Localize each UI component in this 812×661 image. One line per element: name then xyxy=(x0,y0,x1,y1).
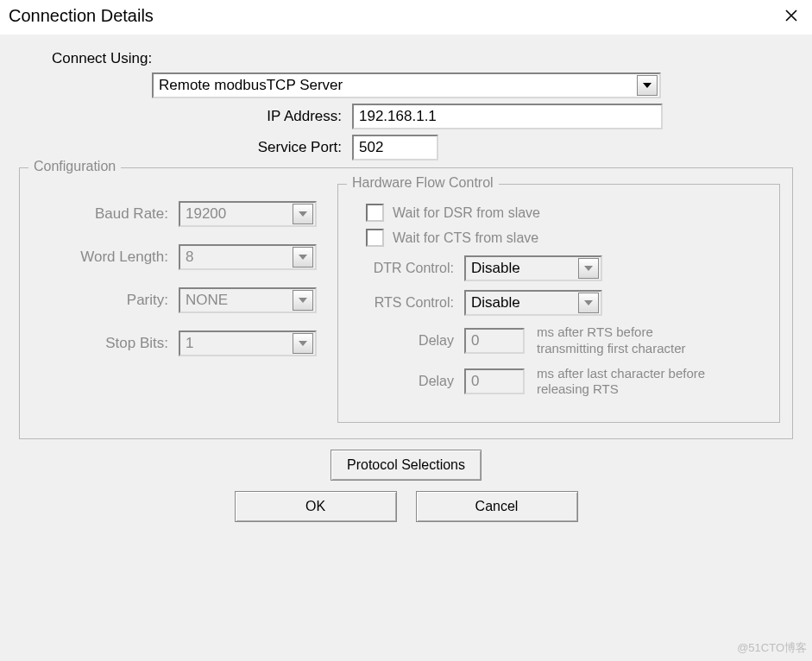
chevron-down-icon xyxy=(578,293,599,313)
stop-bits-combo: 1 xyxy=(179,330,317,356)
ip-address-label: IP Address: xyxy=(152,108,352,125)
parity-combo: NONE xyxy=(179,287,317,313)
delay1-input: 0 xyxy=(464,328,525,354)
hardware-flow-control-group: Hardware Flow Control Wait for DSR from … xyxy=(337,184,780,423)
protocol-selections-button[interactable]: Protocol Selections xyxy=(330,450,482,481)
connect-using-value: Remote modbusTCP Server xyxy=(154,77,635,94)
serial-settings: Baud Rate: 19200 Word Length: 8 xyxy=(32,184,317,423)
chevron-down-icon xyxy=(637,75,658,96)
word-length-combo: 8 xyxy=(179,244,317,270)
wait-dsr-checkbox: Wait for DSR from slave xyxy=(366,204,767,222)
hardware-flow-control-legend: Hardware Flow Control xyxy=(347,175,499,191)
chevron-down-icon xyxy=(578,258,599,279)
dtr-control-label: DTR Control: xyxy=(350,261,464,276)
chevron-down-icon xyxy=(293,247,313,268)
service-port-label: Service Port: xyxy=(152,139,352,156)
configuration-legend: Configuration xyxy=(28,159,121,174)
chevron-down-icon xyxy=(293,204,313,224)
connect-using-label: Connect Using: xyxy=(52,50,807,67)
checkbox-icon xyxy=(366,229,384,247)
stop-bits-label: Stop Bits: xyxy=(47,335,179,352)
chevron-down-icon xyxy=(293,290,313,311)
ok-button[interactable]: OK xyxy=(235,491,397,522)
ip-address-input[interactable]: 192.168.1.1 xyxy=(352,104,663,129)
wait-cts-checkbox: Wait for CTS from slave xyxy=(366,229,767,247)
checkbox-icon xyxy=(366,204,384,222)
rts-control-combo: Disable xyxy=(464,290,602,316)
close-icon xyxy=(784,9,798,22)
parity-label: Parity: xyxy=(47,292,179,309)
watermark: @51CTO博客 xyxy=(737,640,807,656)
cancel-button[interactable]: Cancel xyxy=(416,491,578,522)
close-button[interactable] xyxy=(779,3,803,28)
connection-details-dialog: { "title": "Connection Details", "connec… xyxy=(0,0,812,661)
rts-control-label: RTS Control: xyxy=(350,295,464,311)
service-port-input[interactable]: 502 xyxy=(352,135,438,161)
connect-using-combo[interactable]: Remote modbusTCP Server xyxy=(152,72,661,98)
delay2-label: Delay xyxy=(350,374,464,389)
dtr-control-combo: Disable xyxy=(464,255,602,281)
titlebar: Connection Details xyxy=(0,0,812,35)
baud-rate-combo: 19200 xyxy=(179,201,317,227)
configuration-group: Configuration Baud Rate: 19200 Word Leng… xyxy=(19,167,793,439)
dialog-title: Connection Details xyxy=(9,6,154,26)
word-length-label: Word Length: xyxy=(47,249,179,266)
dialog-body: Connect Using: Remote modbusTCP Server I… xyxy=(0,35,812,527)
delay1-note: ms after RTS before transmitting first c… xyxy=(537,324,718,357)
delay2-note: ms after last character before releasing… xyxy=(537,366,718,399)
chevron-down-icon xyxy=(293,333,313,354)
baud-rate-label: Baud Rate: xyxy=(47,205,179,223)
delay1-label: Delay xyxy=(350,333,464,349)
delay2-input: 0 xyxy=(464,368,525,394)
